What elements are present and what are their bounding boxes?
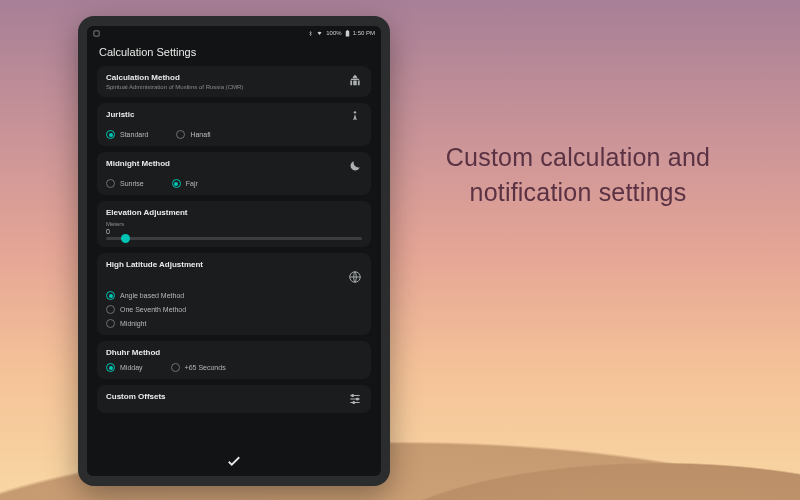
bottom-bar bbox=[87, 446, 381, 476]
radio-label: +65 Seconds bbox=[185, 364, 226, 371]
tablet-frame: 100% 1:50 PM Calculation Settings Calcul… bbox=[78, 16, 390, 486]
radio-label: Standard bbox=[120, 131, 148, 138]
battery-icon bbox=[345, 30, 350, 37]
radio-label: Midday bbox=[120, 364, 143, 371]
juristic-option-standard[interactable]: Standard bbox=[106, 130, 148, 139]
calculation-method-title: Calculation Method bbox=[106, 73, 243, 82]
person-praying-icon bbox=[348, 110, 362, 124]
page-title: Calculation Settings bbox=[87, 40, 381, 66]
background-dune-right bbox=[420, 400, 800, 500]
svg-point-3 bbox=[354, 111, 356, 113]
elevation-slider[interactable] bbox=[106, 237, 362, 240]
svg-point-7 bbox=[353, 401, 355, 403]
globe-icon bbox=[348, 270, 362, 284]
midnight-option-sunrise[interactable]: Sunrise bbox=[106, 179, 144, 188]
check-icon bbox=[225, 452, 243, 470]
juristic-title: Juristic bbox=[106, 110, 134, 119]
radio-label: Hanafi bbox=[190, 131, 210, 138]
high-latitude-card: High Latitude Adjustment Angle based Met… bbox=[97, 253, 371, 335]
custom-offsets-card[interactable]: Custom Offsets bbox=[97, 385, 371, 413]
radio-label: Angle based Method bbox=[120, 292, 184, 299]
calculation-method-subtitle: Spiritual Administration of Muslims of R… bbox=[106, 84, 243, 90]
wifi-icon bbox=[316, 30, 323, 36]
dhuhr-option-65s[interactable]: +65 Seconds bbox=[171, 363, 226, 372]
bluetooth-icon bbox=[308, 30, 313, 37]
svg-rect-2 bbox=[346, 30, 348, 31]
status-time: 1:50 PM bbox=[353, 30, 375, 36]
radio-label: Midnight bbox=[120, 320, 146, 327]
svg-point-5 bbox=[352, 394, 354, 396]
midnight-title: Midnight Method bbox=[106, 159, 170, 168]
svg-rect-1 bbox=[345, 30, 349, 36]
juristic-option-hanafi[interactable]: Hanafi bbox=[176, 130, 210, 139]
highlat-option-midnight[interactable]: Midnight bbox=[106, 319, 362, 328]
mosque-icon bbox=[348, 73, 362, 87]
highlat-option-seventh[interactable]: One Seventh Method bbox=[106, 305, 362, 314]
slider-thumb[interactable] bbox=[121, 234, 130, 243]
dhuhr-title: Dhuhr Method bbox=[106, 348, 362, 357]
sliders-icon bbox=[348, 392, 362, 406]
settings-content: Calculation Method Spiritual Administrat… bbox=[87, 66, 381, 446]
radio-label: Sunrise bbox=[120, 180, 144, 187]
elevation-title: Elevation Adjustment bbox=[106, 208, 362, 217]
dhuhr-option-midday[interactable]: Midday bbox=[106, 363, 143, 372]
svg-point-6 bbox=[356, 398, 358, 400]
high-latitude-title: High Latitude Adjustment bbox=[106, 260, 203, 269]
radio-label: Fajr bbox=[186, 180, 198, 187]
status-bar: 100% 1:50 PM bbox=[87, 26, 381, 40]
tablet-screen: 100% 1:50 PM Calculation Settings Calcul… bbox=[87, 26, 381, 476]
custom-offsets-title: Custom Offsets bbox=[106, 392, 166, 401]
elevation-value: 0 bbox=[106, 228, 362, 235]
midnight-option-fajr[interactable]: Fajr bbox=[172, 179, 198, 188]
battery-text: 100% bbox=[326, 30, 341, 36]
elevation-card: Elevation Adjustment Meters 0 bbox=[97, 201, 371, 247]
midnight-method-card: Midnight Method Sunrise Fajr bbox=[97, 152, 371, 195]
juristic-card: Juristic Standard Hanafi bbox=[97, 103, 371, 146]
calculation-method-card[interactable]: Calculation Method Spiritual Administrat… bbox=[97, 66, 371, 97]
confirm-button[interactable] bbox=[225, 452, 243, 470]
svg-rect-0 bbox=[94, 30, 99, 35]
elevation-label: Meters bbox=[106, 221, 362, 227]
status-left-icon bbox=[93, 30, 100, 37]
marketing-heading: Custom calculation and notification sett… bbox=[408, 140, 748, 210]
dhuhr-method-card: Dhuhr Method Midday +65 Seconds bbox=[97, 341, 371, 379]
moon-icon bbox=[348, 159, 362, 173]
highlat-option-angle[interactable]: Angle based Method bbox=[106, 291, 362, 300]
radio-label: One Seventh Method bbox=[120, 306, 186, 313]
